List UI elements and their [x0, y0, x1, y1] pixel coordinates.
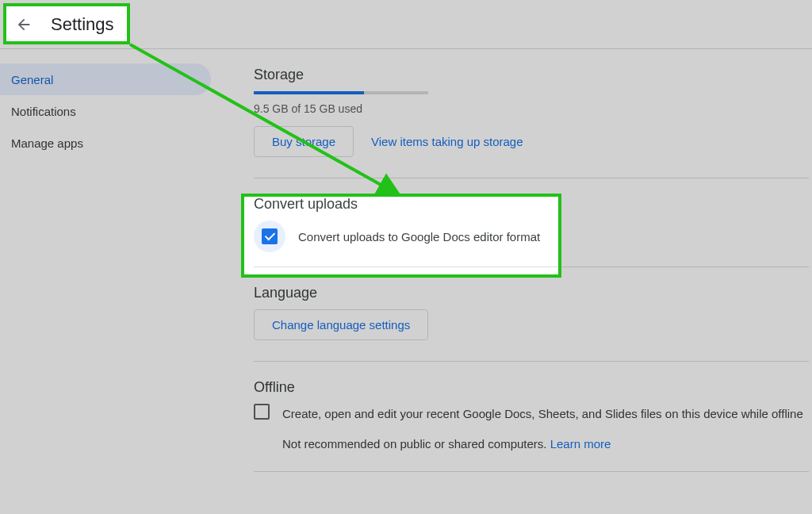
storage-section: Storage 9.5 GB of 15 GB used Buy storage…	[254, 67, 812, 178]
sidebar-item-notifications[interactable]: Notifications	[0, 95, 211, 127]
convert-uploads-checkbox[interactable]	[262, 228, 278, 244]
language-section: Language Change language settings	[254, 285, 812, 362]
convert-uploads-title: Convert uploads	[254, 196, 812, 213]
settings-main: Storage 9.5 GB of 15 GB used Buy storage…	[222, 49, 812, 514]
offline-label-text: Create, open and edit your recent Google…	[282, 407, 803, 420]
settings-sidebar: General Notifications Manage apps	[0, 49, 222, 514]
sidebar-item-general[interactable]: General	[0, 63, 211, 95]
offline-subtext: Not recommended on public or shared comp…	[282, 437, 547, 451]
divider	[254, 361, 809, 362]
offline-title: Offline	[254, 379, 812, 396]
convert-uploads-section: Convert uploads Convert uploads to Googl…	[254, 196, 812, 267]
divider	[254, 267, 809, 267]
storage-progress	[254, 91, 428, 94]
storage-caption: 9.5 GB of 15 GB used	[254, 102, 812, 115]
back-button[interactable]	[14, 15, 33, 34]
sidebar-item-manage-apps[interactable]: Manage apps	[0, 127, 211, 159]
offline-label: Create, open and edit your recent Google…	[282, 404, 803, 454]
language-title: Language	[254, 285, 812, 301]
buy-storage-button[interactable]: Buy storage	[254, 126, 354, 157]
page-title: Settings	[51, 14, 114, 35]
storage-progress-fill	[254, 91, 364, 94]
view-storage-items-link[interactable]: View items taking up storage	[371, 135, 523, 148]
storage-title: Storage	[254, 67, 812, 83]
offline-learn-more-link[interactable]: Learn more	[550, 437, 611, 451]
arrow-left-icon	[15, 16, 33, 33]
divider	[254, 178, 809, 178]
checkbox-halo	[254, 221, 285, 252]
convert-uploads-label: Convert uploads to Google Docs editor fo…	[298, 230, 540, 244]
change-language-button[interactable]: Change language settings	[254, 309, 428, 340]
divider	[254, 471, 809, 472]
offline-checkbox[interactable]	[254, 404, 270, 420]
header: Settings	[0, 0, 812, 49]
offline-section: Offline Create, open and edit your recen…	[254, 379, 812, 472]
